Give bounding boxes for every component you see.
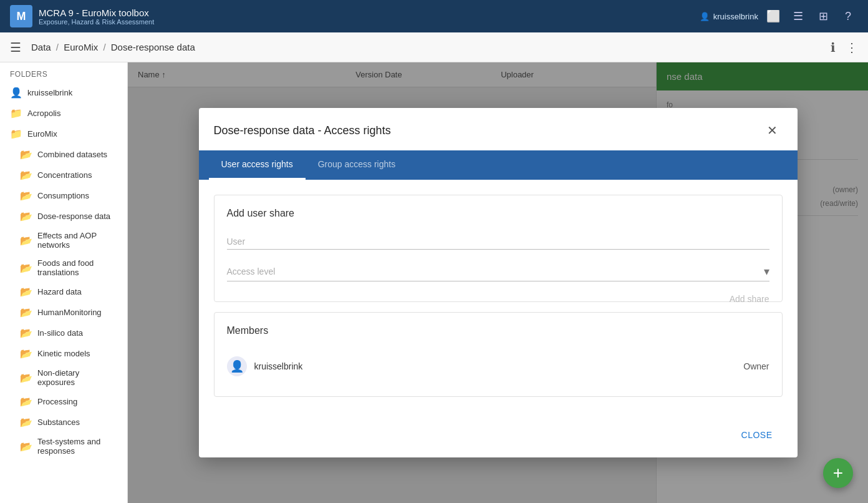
breadcrumb-euromix[interactable]: EuroMix [64, 42, 98, 52]
sidebar-item-label: Non-dietary exposures [37, 368, 117, 387]
modal-backdrop[interactable]: Dose-response data - Access rights ✕ Use… [128, 62, 868, 503]
access-level-select[interactable]: Access level ▾ [227, 260, 769, 281]
members-section: Members 👤 kruisselbrink Owner [214, 312, 783, 397]
fab-add-button[interactable]: + [823, 458, 853, 488]
modal-title: Dose-response data - Access rights [214, 124, 391, 137]
dropdown-arrow-icon: ▾ [764, 265, 769, 278]
more-options-icon[interactable]: ⋮ [846, 40, 858, 55]
modal-body: Add user share Access level ▾ Add share [199, 180, 798, 418]
sidebar-item-label: Dose-response data [37, 212, 110, 221]
sidebar-item-label: Consumptions [37, 191, 89, 200]
sidebar-item-kinetic[interactable]: 📂 Kinetic models [0, 343, 127, 364]
content-area: Name ↑ Version Date Uploader ⊞ nse data … [128, 62, 868, 503]
sidebar-item-testsystems[interactable]: 📂 Test-systems and responses [0, 432, 127, 460]
access-level-label: Access level [227, 266, 764, 276]
fab-plus-icon: + [833, 463, 843, 483]
sidebar-item-processing[interactable]: 📂 Processing [0, 391, 127, 412]
folder-icon: 📂 [20, 286, 32, 298]
help-icon-btn[interactable]: ? [838, 6, 858, 26]
modal-close-button[interactable]: ✕ [763, 120, 783, 140]
breadcrumb-data[interactable]: Data [31, 42, 51, 52]
sidebar-item-consumptions[interactable]: 📂 Consumptions [0, 185, 127, 206]
sidebar-item-effects[interactable]: 📂 Effects and AOP networks [0, 227, 127, 254]
modal: Dose-response data - Access rights ✕ Use… [199, 108, 798, 457]
folder-icon: 📂 [20, 327, 32, 339]
modal-footer: Close [199, 418, 798, 457]
logo-icon: M [10, 5, 32, 27]
member-name: kruisselbrink [254, 361, 744, 371]
sidebar-item-foods[interactable]: 📂 Foods and food translations [0, 254, 127, 281]
members-title: Members [227, 325, 769, 336]
folder-icon: 📂 [20, 396, 32, 408]
tab-user-access-rights[interactable]: User access rights [209, 150, 306, 180]
sidebar-item-label: In-silico data [37, 328, 83, 338]
sidebar-item-nondietary[interactable]: 📂 Non-dietary exposures [0, 364, 127, 391]
folder-icon: 📂 [20, 372, 32, 384]
folder-icon: 📂 [20, 441, 32, 452]
sidebar-item-label: Substances [37, 418, 80, 427]
sidebar-item-substances[interactable]: 📂 Substances [0, 412, 127, 432]
sidebar-item-insilico[interactable]: 📂 In-silico data [0, 323, 127, 343]
sidebar-item-combined-datasets[interactable]: 📂 Combined datasets [0, 144, 127, 165]
user-input[interactable] [227, 232, 769, 250]
folder-icon: 📂 [20, 262, 32, 274]
window-icon-btn[interactable]: ⬜ [763, 6, 783, 26]
folder-icon: 📁 [10, 107, 22, 119]
tab-group-access-rights[interactable]: Group access rights [306, 150, 408, 180]
modal-tabs: User access rights Group access rights [199, 150, 798, 180]
add-share-button[interactable]: Add share [730, 289, 769, 309]
sidebar-item-kruisselbrink[interactable]: 👤 kruisselbrink [0, 82, 127, 103]
sidebar-item-label: kruisselbrink [27, 88, 72, 97]
sidebar-item-label: Test-systems and responses [37, 437, 117, 456]
breadcrumb-doseresponse[interactable]: Dose-response data [111, 42, 195, 52]
user-folder-icon: 👤 [10, 87, 22, 99]
app-subtitle: Exposure, Hazard & Risk Assessment [39, 18, 154, 26]
sidebar-item-dose-response[interactable]: 📂 Dose-response data [0, 206, 127, 227]
sidebar: Folders 👤 kruisselbrink 📁 Acropolis 📁 Eu… [0, 62, 128, 503]
folder-icon: 📂 [20, 190, 32, 202]
sidebar-item-concentrations[interactable]: 📂 Concentrations [0, 165, 127, 185]
folder-icon: 📂 [20, 169, 32, 181]
sidebar-item-label: Hazard data [37, 287, 82, 296]
sidebar-item-label: Acropolis [27, 109, 60, 118]
add-user-share-section: Add user share Access level ▾ Add share [214, 195, 783, 302]
close-button[interactable]: Close [731, 425, 783, 445]
sidebar-item-hazard[interactable]: 📂 Hazard data [0, 281, 127, 302]
app-name: MCRA 9 - EuroMix toolbox [39, 7, 154, 18]
info-icon[interactable]: ℹ [831, 40, 836, 55]
add-user-share-title: Add user share [227, 208, 769, 219]
list-icon-btn[interactable]: ☰ [788, 6, 808, 26]
folder-icon: 📁 [10, 128, 22, 140]
navbar: M MCRA 9 - EuroMix toolbox Exposure, Haz… [0, 0, 868, 32]
folder-icon: 📂 [20, 416, 32, 428]
folder-icon: 📂 [20, 210, 32, 222]
app-logo: M MCRA 9 - EuroMix toolbox Exposure, Haz… [10, 5, 154, 27]
main-layout: Folders 👤 kruisselbrink 📁 Acropolis 📁 Eu… [0, 62, 868, 503]
person-icon: 👤 [230, 359, 244, 373]
username-label: kruisselbrink [713, 12, 758, 21]
sidebar-item-label: Combined datasets [37, 150, 107, 159]
sidebar-item-label: Foods and food translations [37, 258, 117, 277]
user-icon: 👤 [700, 12, 710, 21]
sidebar-item-label: Effects and AOP networks [37, 231, 117, 250]
sidebar-item-acropolis[interactable]: 📁 Acropolis [0, 103, 127, 124]
sidebar-item-humanmonitoring[interactable]: 📂 HumanMonitoring [0, 302, 127, 323]
member-row: 👤 kruisselbrink Owner [227, 349, 769, 384]
breadcrumb: Data / EuroMix / Dose-response data [31, 42, 195, 52]
navbar-actions: 👤 kruisselbrink ⬜ ☰ ⊞ ? [700, 6, 858, 26]
hamburger-icon[interactable]: ☰ [10, 40, 21, 55]
subheader: ☰ Data / EuroMix / Dose-response data ℹ … [0, 32, 868, 62]
member-role: Owner [743, 361, 769, 371]
sidebar-item-label: Concentrations [37, 170, 92, 180]
user-display: 👤 kruisselbrink [700, 12, 758, 21]
grid-icon-btn[interactable]: ⊞ [813, 6, 833, 26]
member-avatar: 👤 [227, 356, 247, 376]
modal-header: Dose-response data - Access rights ✕ [199, 108, 798, 150]
folder-icon: 📂 [20, 235, 32, 247]
app-title-group: MCRA 9 - EuroMix toolbox Exposure, Hazar… [39, 7, 154, 26]
sidebar-item-label: EuroMix [27, 129, 57, 139]
user-field [227, 232, 769, 250]
folder-icon: 📂 [20, 149, 32, 160]
sidebar-item-label: HumanMonitoring [37, 308, 102, 317]
sidebar-item-euromix[interactable]: 📁 EuroMix [0, 124, 127, 144]
